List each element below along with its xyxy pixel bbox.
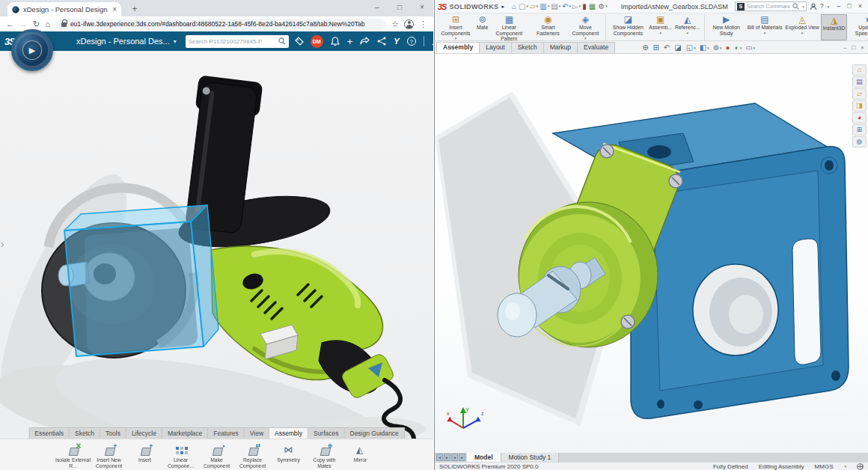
move-component-button[interactable]: ◈ Move Component ▾ — [567, 14, 606, 40]
splitter-button[interactable]: ▸ — [444, 454, 450, 461]
hide-show-items-button[interactable]: ⊚▾ — [713, 44, 722, 52]
status-units[interactable]: MMGS — [815, 463, 834, 470]
select-button[interactable]: ▻▾ — [572, 3, 581, 10]
home-icon[interactable]: ⌂ — [45, 20, 50, 28]
tab-assembly[interactable]: Assembly — [269, 427, 308, 439]
symmetry-button[interactable]: Symmetry — [271, 444, 307, 463]
tab-assembly[interactable]: Assembly — [436, 42, 480, 53]
tab-evaluate[interactable]: Evaluate — [578, 42, 615, 53]
tab-features[interactable]: Features — [208, 427, 245, 439]
file-explorer-icon[interactable]: ▱ — [852, 88, 867, 100]
search-commands[interactable]: S ▾ — [735, 1, 807, 11]
assembly-features-button[interactable]: ▣ Assemb... ▾ — [647, 14, 673, 40]
new-tab-button[interactable]: + — [129, 3, 141, 15]
exploded-view-button[interactable]: ◬ Exploded View ▾ — [783, 14, 820, 40]
mate-button[interactable]: ⊚ Mate — [475, 14, 489, 40]
panel-expand-chevron[interactable]: › — [1, 238, 4, 250]
xdesign-viewport[interactable]: › Essentials Sketch Tools Lifecycle Mark… — [0, 51, 433, 470]
zoom-to-fit-button[interactable]: ⊕ — [642, 44, 649, 52]
print-button[interactable]: ▤▾ — [551, 3, 560, 10]
tab-sketch[interactable]: Sketch — [512, 42, 544, 53]
help-icon[interactable]: ? — [407, 37, 416, 46]
new-document-button[interactable]: ▢▾ — [519, 3, 528, 10]
search-input[interactable] — [189, 38, 278, 45]
restore-button[interactable]: □ — [847, 3, 851, 10]
linear-component-pattern-button[interactable]: ▦ Linear Component Pattern ▾ — [489, 14, 528, 40]
browser-tab[interactable]: xDesign - Personal Design × — [7, 2, 121, 16]
refresh-icon[interactable]: ↻ — [33, 20, 40, 28]
search-commands-input[interactable] — [747, 3, 790, 10]
file-properties-button[interactable]: ▦ — [589, 3, 596, 10]
appearances-icon[interactable]: ◕ — [852, 112, 867, 123]
mirror-button[interactable]: Mirror — [343, 444, 379, 463]
tab-tools[interactable]: Tools — [100, 427, 126, 439]
tab-design-guidance[interactable]: Design Guidance — [344, 427, 404, 439]
globe-icon[interactable] — [857, 463, 864, 470]
show-hidden-components-button[interactable]: ◪ Show Hidden Components — [608, 14, 647, 40]
section-view-button[interactable]: ◪ — [674, 44, 682, 52]
tab-essentials[interactable]: Essentials — [28, 427, 70, 439]
bill-of-materials-button[interactable]: ▤ Bill of Materials ▾ — [746, 14, 784, 40]
rebuild-button[interactable]: ▮ — [582, 3, 587, 10]
login-icon[interactable] — [810, 3, 817, 10]
home-button[interactable]: ⌂ — [512, 3, 517, 10]
open-button[interactable]: ▱▾ — [530, 3, 538, 10]
forward-icon[interactable]: → — [19, 20, 28, 28]
tab-motion-study-1[interactable]: Motion Study 1 — [501, 453, 560, 462]
apply-scene-button[interactable]: ◐▾ — [735, 44, 742, 52]
tab-surfaces[interactable]: Surfaces — [308, 427, 345, 439]
save-button[interactable]: ▥▾ — [540, 3, 549, 10]
forum-icon[interactable]: ◍ — [852, 136, 867, 147]
tab-sketch[interactable]: Sketch — [70, 427, 100, 439]
insert-new-component-button[interactable]: Insert New Component — [91, 444, 127, 469]
replace-component-button[interactable]: Replace Component — [235, 444, 271, 469]
browser-profile-icon[interactable] — [404, 19, 414, 29]
address-bar[interactable]: eu1-ifwe.3dexperience.3ds.com/#dashboard… — [55, 19, 386, 30]
compass-play-icon[interactable]: ▶ — [22, 40, 42, 60]
close-button[interactable]: × — [411, 0, 433, 16]
isolate-external-button[interactable]: Isolate External R... — [55, 444, 91, 469]
insert-components-button[interactable]: ⊞ Insert Components ▾ — [436, 14, 475, 40]
tab-close-icon[interactable]: × — [112, 5, 117, 13]
instant3d-button[interactable]: ◮ Instant3D — [821, 14, 848, 40]
zoom-to-area-button[interactable]: ⊞ — [653, 44, 660, 52]
update-speedpak-button[interactable]: ◑ Update Speedpak — [847, 14, 868, 40]
make-component-button[interactable]: Make Component — [199, 444, 235, 469]
tab-view[interactable]: View — [245, 427, 269, 439]
3d-compass[interactable]: ▶ — [11, 29, 53, 71]
3dswym-icon[interactable]: Y — [394, 37, 399, 46]
copy-with-mates-button[interactable]: Copy with Mates — [307, 444, 343, 469]
splitter-button[interactable]: ◂ — [451, 454, 458, 461]
menu-flyout-icon[interactable]: ▸ — [501, 4, 504, 10]
browser-menu-icon[interactable]: ⋮ — [419, 19, 427, 29]
linear-component-button[interactable]: Linear Compone... — [163, 444, 199, 469]
chevron-down-icon[interactable]: ▾ — [844, 464, 846, 469]
new-motion-study-button[interactable]: ▶ New Motion Study — [707, 14, 746, 40]
tab-model[interactable]: Model — [467, 453, 501, 462]
search-icon[interactable] — [792, 3, 799, 10]
options-button[interactable]: ⚙▾ — [598, 3, 607, 10]
solidworks-viewport[interactable]: x y z ⌂ ▤ ▱ ◨ ◕ ⊞ ◍ — [435, 54, 868, 453]
insert-button[interactable]: Insert — [127, 444, 163, 463]
undo-button[interactable]: ↶▾ — [562, 3, 571, 10]
platform-search[interactable] — [186, 35, 289, 48]
search-scope-icon[interactable]: S — [737, 3, 745, 10]
tab-layout[interactable]: Layout — [480, 42, 512, 53]
chevron-down-icon[interactable]: ▾ — [802, 4, 804, 9]
app-switcher[interactable]: xDesign - Personal Des... ▾ — [76, 37, 177, 46]
grinder-model[interactable] — [0, 51, 433, 470]
tab-marketplace[interactable]: Marketplace — [162, 427, 208, 439]
help-icon[interactable]: ? — [820, 3, 824, 10]
tab-markup[interactable]: Markup — [544, 42, 578, 53]
tab-lifecycle[interactable]: Lifecycle — [126, 427, 162, 439]
solidworks-resources-icon[interactable]: ⌂ — [852, 64, 867, 76]
notifications-bell-icon[interactable] — [331, 37, 340, 46]
view-settings-button[interactable]: ▭▾ — [745, 44, 755, 52]
user-avatar[interactable]: DM — [311, 35, 323, 48]
gearbox-model[interactable]: x y z — [435, 54, 868, 453]
doc-minimize-button[interactable]: – — [843, 45, 846, 51]
bookmark-star-icon[interactable]: ☆ — [391, 19, 399, 29]
add-content-icon[interactable]: + — [347, 37, 353, 46]
back-icon[interactable]: ← — [6, 20, 14, 28]
edit-appearance-button[interactable]: ● — [726, 44, 731, 52]
